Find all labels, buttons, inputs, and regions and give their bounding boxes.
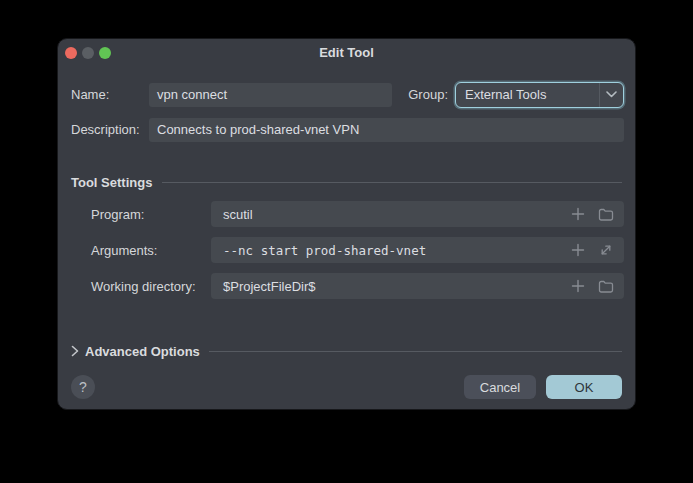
chevron-right-icon[interactable] bbox=[71, 345, 79, 357]
description-row: Description: Connects to prod-shared-vne… bbox=[71, 117, 624, 142]
description-input[interactable]: Connects to prod-shared-vnet VPN bbox=[149, 118, 624, 142]
title-bar: Edit Tool bbox=[58, 39, 635, 67]
working-directory-input[interactable]: $ProjectFileDir$ bbox=[211, 273, 624, 299]
name-value: vpn connect bbox=[157, 87, 384, 102]
section-divider bbox=[209, 351, 622, 352]
program-row: Program: scutil bbox=[91, 201, 624, 227]
arguments-input[interactable]: --nc start prod-shared-vnet bbox=[211, 237, 624, 263]
cancel-button[interactable]: Cancel bbox=[464, 375, 536, 399]
edit-tool-dialog: Edit Tool Name: vpn connect Group: Exter… bbox=[57, 38, 636, 410]
working-directory-row: Working directory: $ProjectFileDir$ bbox=[91, 273, 624, 299]
arguments-row: Arguments: --nc start prod-shared-vnet bbox=[91, 237, 624, 263]
advanced-options-label[interactable]: Advanced Options bbox=[85, 344, 200, 359]
arguments-label: Arguments: bbox=[91, 243, 211, 258]
program-value: scutil bbox=[223, 207, 570, 222]
program-label: Program: bbox=[91, 207, 211, 222]
advanced-options-toggle[interactable]: Advanced Options bbox=[71, 342, 622, 360]
ok-button[interactable]: OK bbox=[546, 375, 622, 399]
chevron-down-icon[interactable] bbox=[599, 83, 623, 107]
expand-icon[interactable] bbox=[598, 242, 614, 258]
tool-settings-section: Tool Settings bbox=[71, 173, 622, 191]
working-directory-label: Working directory: bbox=[91, 279, 211, 294]
name-group-row: Name: vpn connect Group: External Tools bbox=[71, 82, 624, 107]
plus-icon[interactable] bbox=[570, 242, 586, 258]
name-input[interactable]: vpn connect bbox=[149, 83, 392, 107]
screen-background: Edit Tool Name: vpn connect Group: Exter… bbox=[0, 0, 693, 483]
arguments-field-actions bbox=[570, 242, 624, 258]
working-directory-value: $ProjectFileDir$ bbox=[223, 279, 570, 294]
program-field-actions bbox=[570, 206, 624, 222]
plus-icon[interactable] bbox=[570, 278, 586, 294]
group-selected-value: External Tools bbox=[465, 87, 599, 102]
folder-icon[interactable] bbox=[598, 278, 614, 294]
group-label: Group: bbox=[408, 87, 448, 102]
group-combobox[interactable]: External Tools bbox=[455, 82, 624, 108]
dialog-footer: ? Cancel OK bbox=[71, 375, 622, 399]
tool-settings-header: Tool Settings bbox=[71, 175, 152, 190]
help-button[interactable]: ? bbox=[71, 375, 95, 399]
description-label: Description: bbox=[71, 122, 149, 137]
arguments-value: --nc start prod-shared-vnet bbox=[223, 243, 570, 258]
working-directory-field-actions bbox=[570, 278, 624, 294]
description-value: Connects to prod-shared-vnet VPN bbox=[157, 122, 616, 137]
program-input[interactable]: scutil bbox=[211, 201, 624, 227]
name-label: Name: bbox=[71, 87, 149, 102]
dialog-title: Edit Tool bbox=[58, 39, 635, 67]
folder-icon[interactable] bbox=[598, 206, 614, 222]
section-divider bbox=[162, 182, 622, 183]
plus-icon[interactable] bbox=[570, 206, 586, 222]
